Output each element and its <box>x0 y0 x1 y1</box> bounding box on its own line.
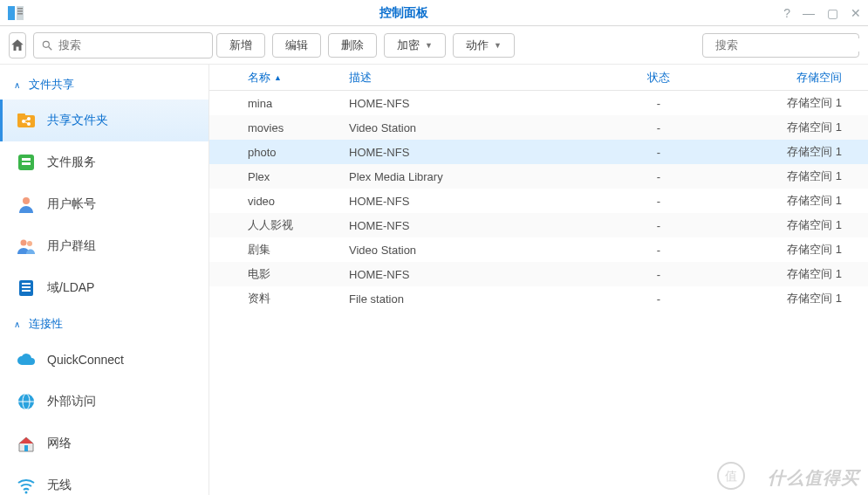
cell-desc: Video Station <box>349 244 589 257</box>
table-row[interactable]: photoHOME-NFS-存储空间 1 <box>209 140 868 164</box>
minimize-icon[interactable]: — <box>803 6 815 20</box>
table-row[interactable]: 人人影视HOME-NFS-存储空间 1 <box>209 213 868 237</box>
sidebar-item-globe[interactable]: 外部访问 <box>0 381 208 423</box>
svg-rect-2 <box>17 8 23 10</box>
sidebar-search-input[interactable] <box>58 38 205 52</box>
maximize-icon[interactable]: ▢ <box>827 6 838 20</box>
col-header-storage-label: 存储空间 <box>796 71 842 84</box>
svg-rect-21 <box>22 283 31 285</box>
cloud-icon <box>16 349 37 370</box>
window-title: 控制面板 <box>24 5 783 21</box>
action-button[interactable]: 动作▼ <box>453 33 515 58</box>
cell-status: - <box>589 170 728 183</box>
table-body: minaHOME-NFS-存储空间 1moviesVideo Station-存… <box>209 91 868 495</box>
sidebar-item-file-service[interactable]: 文件服务 <box>0 141 208 183</box>
table-row[interactable]: 电影HOME-NFS-存储空间 1 <box>209 262 868 286</box>
share-folder-icon <box>16 110 37 131</box>
cell-storage: 存储空间 1 <box>728 95 868 111</box>
table-row[interactable]: moviesVideo Station-存储空间 1 <box>209 115 868 140</box>
sidebar-item-label: 用户群组 <box>47 238 96 254</box>
svg-rect-7 <box>17 115 35 127</box>
svg-rect-16 <box>22 162 31 165</box>
sidebar: ∧文件共享共享文件夹文件服务用户帐号用户群组域/LDAP∧连接性QuickCon… <box>0 65 209 495</box>
sidebar-item-label: 域/LDAP <box>47 280 94 296</box>
table-row[interactable]: minaHOME-NFS-存储空间 1 <box>209 91 868 115</box>
cell-desc: HOME-NFS <box>349 146 589 159</box>
chevron-up-icon: ∧ <box>14 320 20 329</box>
home-icon <box>10 38 25 53</box>
sidebar-section-title: 文件共享 <box>29 77 74 93</box>
cell-storage: 存储空间 1 <box>728 193 868 209</box>
cell-name: movies <box>244 121 349 134</box>
col-header-desc[interactable]: 描述 <box>349 70 589 86</box>
cell-name: 电影 <box>244 266 349 282</box>
help-icon[interactable]: ? <box>783 6 790 20</box>
table-row[interactable]: 资料File station-存储空间 1 <box>209 286 868 311</box>
sidebar-section-header[interactable]: ∧连接性 <box>0 309 208 339</box>
edit-button-label: 编辑 <box>285 38 308 53</box>
col-header-name[interactable]: 名称 ▲ <box>244 70 349 86</box>
sidebar-item-ldap[interactable]: 域/LDAP <box>0 267 208 309</box>
sidebar-item-user-group[interactable]: 用户群组 <box>0 225 208 267</box>
app-icon <box>7 4 24 22</box>
chevron-down-icon: ▼ <box>425 41 433 50</box>
chevron-down-icon: ▼ <box>494 41 502 50</box>
user-group-icon <box>16 236 37 257</box>
sidebar-item-cloud[interactable]: QuickConnect <box>0 339 208 381</box>
home-button[interactable] <box>9 32 26 58</box>
wifi-icon <box>16 475 37 495</box>
table-header: 名称 ▲ 描述 状态 存储空间 <box>209 65 868 91</box>
svg-line-6 <box>49 46 52 50</box>
sidebar-item-label: 无线 <box>47 478 72 493</box>
col-header-desc-label: 描述 <box>349 71 372 84</box>
globe-icon <box>16 391 37 412</box>
cell-desc: HOME-NFS <box>349 268 589 281</box>
chevron-up-icon: ∧ <box>14 80 20 90</box>
svg-rect-22 <box>22 286 31 288</box>
close-icon[interactable]: ✕ <box>851 6 861 20</box>
action-button-label: 动作 <box>466 38 489 53</box>
cell-status: - <box>589 146 728 159</box>
table-row[interactable]: 剧集Video Station-存储空间 1 <box>209 237 868 262</box>
table-row[interactable]: PlexPlex Media Library-存储空间 1 <box>209 164 868 189</box>
sidebar-item-label: 共享文件夹 <box>47 113 108 128</box>
delete-button[interactable]: 删除 <box>328 33 377 58</box>
cell-storage: 存储空间 1 <box>728 291 868 306</box>
svg-rect-8 <box>17 113 25 117</box>
table-row[interactable]: videoHOME-NFS-存储空间 1 <box>209 189 868 213</box>
sidebar-search[interactable] <box>33 32 213 58</box>
delete-button-label: 删除 <box>341 38 364 53</box>
svg-rect-23 <box>22 290 31 292</box>
cell-desc: HOME-NFS <box>349 219 589 232</box>
cell-name: 资料 <box>244 291 349 306</box>
col-header-storage[interactable]: 存储空间 <box>728 70 868 86</box>
sidebar-item-share-folder[interactable]: 共享文件夹 <box>0 100 208 141</box>
sidebar-item-label: 用户帐号 <box>47 196 96 212</box>
table-filter-input[interactable] <box>715 38 862 52</box>
col-header-status[interactable]: 状态 <box>589 70 728 86</box>
network-house-icon <box>16 433 37 454</box>
cell-status: - <box>589 244 728 257</box>
cell-status: - <box>589 268 728 281</box>
cell-status: - <box>589 292 728 306</box>
svg-point-18 <box>21 240 27 246</box>
sidebar-item-user-account[interactable]: 用户帐号 <box>0 183 208 225</box>
sidebar-item-label: 外部访问 <box>47 394 96 409</box>
encrypt-button[interactable]: 加密▼ <box>384 33 446 58</box>
cell-storage: 存储空间 1 <box>728 217 868 233</box>
cell-name: video <box>244 195 349 208</box>
sidebar-item-network-house[interactable]: 网络 <box>0 423 208 464</box>
cell-name: mina <box>244 97 349 110</box>
cell-desc: File station <box>349 292 589 306</box>
sidebar-item-wifi[interactable]: 无线 <box>0 464 208 495</box>
sidebar-item-label: 网络 <box>47 436 72 451</box>
table-filter[interactable] <box>702 33 859 58</box>
cell-status: - <box>589 97 728 110</box>
svg-point-19 <box>27 241 32 246</box>
create-button[interactable]: 新增 <box>216 33 265 58</box>
cell-status: - <box>589 195 728 208</box>
edit-button[interactable]: 编辑 <box>272 33 321 58</box>
svg-rect-15 <box>22 158 31 161</box>
sidebar-section-header[interactable]: ∧文件共享 <box>0 70 208 100</box>
col-header-name-label: 名称 <box>248 70 270 86</box>
